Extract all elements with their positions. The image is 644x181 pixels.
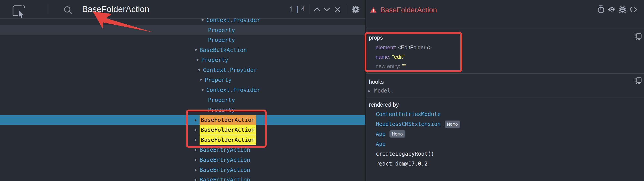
suspense-stopwatch-icon[interactable] (597, 5, 605, 14)
prop-value[interactable]: <EditFolder /> (398, 44, 432, 51)
twisty-right-icon[interactable]: ▸ (368, 86, 374, 96)
rendered-by-item: ContentEntriesModule (376, 109, 440, 119)
twisty-right-icon[interactable]: ▸ (195, 155, 200, 165)
tree-row-basefolderaction[interactable]: ▸BaseFolderAction (0, 115, 365, 125)
toolbar-divider (309, 4, 310, 14)
tree-row-context.provider[interactable]: ▾Context.Provider (0, 18, 365, 25)
component-name: Context.Provider (206, 87, 260, 93)
twisty-down-icon[interactable]: ▾ (198, 65, 203, 75)
twisty-right-icon[interactable]: ▸ (195, 115, 200, 125)
tree-row-context.provider[interactable]: ▾Context.Provider (0, 85, 365, 95)
react-devtools-components-panel: 1 | 4 (0, 0, 644, 181)
twisty-down-icon[interactable]: ▾ (195, 45, 200, 55)
tree-row-property[interactable]: ▾Property (0, 75, 365, 85)
tree-row-baseentryaction[interactable]: ▸BaseEntryAction (0, 165, 365, 175)
tree-row-baseentryaction[interactable]: ▸BaseEntryAction (0, 175, 365, 181)
component-name: BaseEntryAction (200, 147, 250, 153)
prop-key: element (376, 44, 395, 51)
twisty-right-icon[interactable]: ▸ (195, 175, 200, 181)
toolbar-divider (48, 4, 48, 14)
rendered-by-text: createLegacyRoot() (376, 151, 434, 157)
twisty-down-icon[interactable]: ▾ (196, 55, 201, 65)
rendered-by-item: HeadlessCMSExtensionMemo (376, 119, 460, 129)
prop-row-name: name: "edit" (376, 52, 404, 62)
inspect-element-button[interactable] (12, 4, 26, 18)
hook-label: Model: (374, 88, 394, 94)
component-name: BaseBulkAction (200, 47, 247, 53)
next-match-button[interactable] (322, 5, 332, 14)
component-name: BaseEntryAction (200, 167, 250, 173)
twisty-right-icon[interactable]: ▸ (195, 165, 200, 175)
component-name: BaseEntryAction (200, 157, 250, 163)
component-name: Property (208, 27, 235, 33)
section-divider (366, 97, 644, 97)
inspected-element-header: BaseFolderAction (370, 5, 437, 15)
twisty-down-icon[interactable]: ▾ (201, 85, 206, 95)
component-name: Property (201, 57, 228, 63)
tree-toolbar: 1 | 4 (0, 0, 365, 18)
prop-separator: : (395, 44, 398, 51)
section-divider (366, 28, 644, 28)
inspected-element-panel: BaseFolderAction (366, 0, 644, 181)
component-name: Property (208, 37, 235, 43)
component-name: BaseEntryAction (200, 177, 250, 181)
twisty-right-icon[interactable]: ▸ (195, 125, 200, 135)
prop-key: name (376, 54, 389, 60)
rendered-by-item: App (376, 139, 386, 149)
component-name: Property (208, 107, 235, 113)
settings-gear-icon[interactable] (351, 5, 360, 14)
rendered-by-link[interactable]: App (376, 131, 386, 137)
clear-search-button[interactable] (333, 5, 342, 14)
component-name: Context.Provider (203, 67, 257, 73)
tree-row-property[interactable]: Property (0, 95, 365, 105)
component-tree: ▾Context.ProviderPropertyProperty▾BaseBu… (0, 18, 365, 181)
tree-row-property[interactable]: Property (0, 105, 365, 115)
rendered-by-link[interactable]: ContentEntriesModule (376, 111, 440, 117)
cursor-arrow-icon (19, 10, 24, 18)
previous-match-button[interactable] (312, 5, 322, 14)
tree-row-property[interactable]: Property (0, 25, 365, 35)
tree-row-basefolderaction[interactable]: ▸BaseFolderAction (0, 125, 365, 135)
hook-row-model[interactable]: ▸Model: (368, 86, 394, 96)
search-input[interactable] (82, 3, 266, 15)
view-source-code-icon[interactable] (630, 5, 637, 14)
inspect-dom-eye-icon[interactable] (608, 5, 616, 14)
twisty-right-icon[interactable]: ▸ (195, 145, 200, 155)
rendered-by-item: react-dom@17.0.2 (376, 159, 428, 169)
search-icon (63, 5, 73, 15)
prop-value[interactable]: "edit" (392, 54, 404, 60)
prop-key: new entry (376, 63, 399, 69)
component-name: BaseFolderAction (200, 125, 256, 135)
error-warning-icon (370, 7, 377, 13)
tree-row-basefolderaction[interactable]: ▸BaseFolderAction (0, 135, 365, 145)
rendered-by-link[interactable]: HeadlessCMSExtension (376, 121, 440, 127)
section-divider (366, 73, 644, 74)
component-name: BaseFolderAction (200, 135, 256, 145)
component-name: Context.Provider (206, 18, 260, 23)
hooks-section-label: hooks (369, 78, 384, 86)
prop-row-new-entry: new entry: "" (376, 61, 406, 71)
prop-separator: : (389, 54, 392, 60)
twisty-down-icon[interactable]: ▾ (201, 18, 206, 25)
twisty-right-icon[interactable]: ▸ (195, 135, 200, 145)
rendered-by-item: AppMemo (376, 129, 406, 139)
tree-row-basebulkaction[interactable]: ▾BaseBulkAction (0, 45, 365, 55)
tree-row-baseentryaction[interactable]: ▸BaseEntryAction (0, 155, 365, 165)
search-result-count: 1 | 4 (276, 0, 306, 18)
rendered-by-text: react-dom@17.0.2 (376, 161, 428, 167)
tree-row-baseentryaction[interactable]: ▸BaseEntryAction (0, 145, 365, 155)
props-section-label: props (369, 34, 383, 42)
prop-value[interactable]: "" (402, 63, 406, 69)
component-name: Property (205, 77, 232, 83)
toolbar-divider (347, 4, 347, 14)
tree-row-property[interactable]: ▾Property (0, 55, 365, 65)
twisty-down-icon[interactable]: ▾ (200, 75, 205, 85)
tree-row-context.provider[interactable]: ▾Context.Provider (0, 65, 365, 75)
log-to-console-bug-icon[interactable] (619, 5, 626, 14)
component-name: Property (208, 97, 235, 103)
copy-hooks-icon[interactable] (634, 77, 642, 84)
tree-row-property[interactable]: Property (0, 35, 365, 45)
rendered-by-section-label: rendered by (369, 101, 399, 109)
rendered-by-link[interactable]: App (376, 141, 386, 147)
copy-props-icon[interactable] (634, 33, 642, 40)
